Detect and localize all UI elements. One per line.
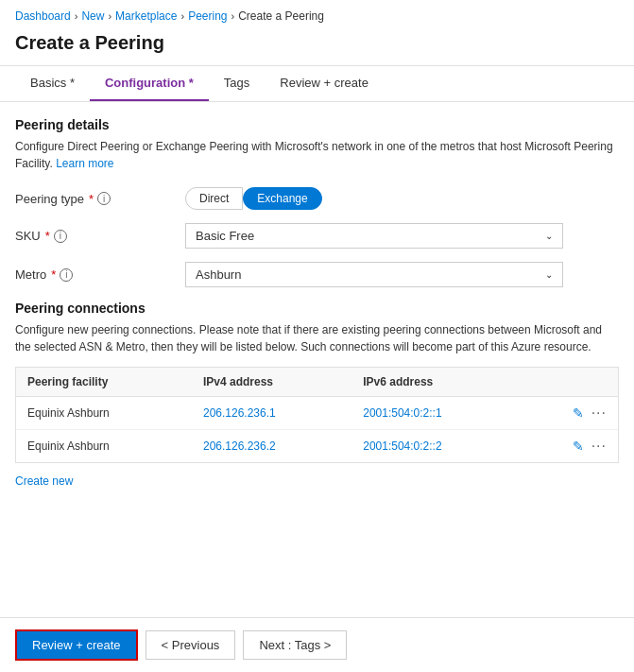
sku-row: SKU * i Basic Free ⌄ [15,223,619,249]
metro-row: Metro * i Ashburn ⌄ [15,262,619,287]
tab-tags[interactable]: Tags [209,66,265,101]
more-icon[interactable]: ··· [591,438,607,455]
sku-chevron-icon: ⌄ [545,231,553,241]
peering-connections-section: Peering connections Configure new peerin… [15,301,619,488]
breadcrumb-new[interactable]: New [81,9,104,23]
ipv6-cell: 2001:504:0:2::1 [351,397,522,430]
peering-details-description: Configure Direct Peering or Exchange Pee… [15,138,619,172]
peering-type-toggle: Direct Exchange [185,187,322,210]
table-row: Equinix Ashburn 206.126.236.2 2001:504:0… [16,430,618,463]
exchange-toggle-btn[interactable]: Exchange [243,187,321,210]
tab-configuration[interactable]: Configuration * [90,66,209,101]
peering-type-row: Peering type * i Direct Exchange [15,187,619,210]
breadcrumb-current: Create a Peering [238,9,324,23]
peering-table: Peering facility IPv4 address IPv6 addre… [15,367,619,463]
breadcrumb-marketplace[interactable]: Marketplace [115,9,177,23]
breadcrumb-dashboard[interactable]: Dashboard [15,9,71,23]
sku-value: Basic Free [196,229,254,243]
sku-dropdown[interactable]: Basic Free ⌄ [185,223,563,249]
metro-chevron-icon: ⌄ [545,269,553,280]
tab-review-create[interactable]: Review + create [265,66,384,101]
metro-dropdown[interactable]: Ashburn ⌄ [185,262,563,287]
main-content: Peering details Configure Direct Peering… [0,102,634,503]
edit-icon[interactable]: ✎ [573,405,584,421]
connections-title: Peering connections [15,301,619,316]
col-ipv4: IPv4 address [192,368,351,397]
create-new-link[interactable]: Create new [15,474,73,488]
more-icon[interactable]: ··· [591,405,607,422]
metro-info-icon[interactable]: i [60,268,73,282]
connections-description: Configure new peering connections. Pleas… [15,321,619,355]
ipv6-link[interactable]: 2001:504:0:2::1 [363,406,441,420]
peering-type-info-icon[interactable]: i [97,192,111,205]
row-actions: ✎ ··· [534,438,607,455]
ipv4-cell: 206.126.236.2 [192,430,351,463]
breadcrumb-peering[interactable]: Peering [188,9,227,23]
col-ipv6: IPv6 address [351,368,522,397]
tab-basics[interactable]: Basics * [15,66,90,101]
ipv6-link[interactable]: 2001:504:0:2::2 [363,439,441,453]
sku-info-icon[interactable]: i [54,230,67,243]
tabs: Basics * Configuration * Tags Review + c… [0,66,634,102]
edit-icon[interactable]: ✎ [573,439,584,454]
peering-details-section: Peering details Configure Direct Peering… [15,117,619,287]
peering-details-title: Peering details [15,117,619,132]
page-title: Create a Peering [0,28,634,66]
ipv4-link[interactable]: 206.126.236.1 [203,406,276,420]
metro-label: Metro * i [15,267,185,282]
table-header-row: Peering facility IPv4 address IPv6 addre… [16,368,618,397]
learn-more-link[interactable]: Learn more [56,157,113,170]
facility-cell: Equinix Ashburn [16,430,192,463]
ipv4-cell: 206.126.236.1 [192,397,351,430]
col-facility: Peering facility [16,368,192,397]
ipv4-link[interactable]: 206.126.236.2 [203,439,276,453]
sku-label: SKU * i [15,229,185,243]
table-row: Equinix Ashburn 206.126.236.1 2001:504:0… [16,397,618,430]
peering-type-label: Peering type * i [15,192,185,206]
row-actions: ✎ ··· [534,405,607,422]
facility-cell: Equinix Ashburn [16,397,192,430]
direct-toggle-btn[interactable]: Direct [185,187,243,210]
metro-value: Ashburn [196,267,241,282]
ipv6-cell: 2001:504:0:2::2 [351,430,522,463]
breadcrumb: Dashboard › New › Marketplace › Peering … [0,0,634,28]
